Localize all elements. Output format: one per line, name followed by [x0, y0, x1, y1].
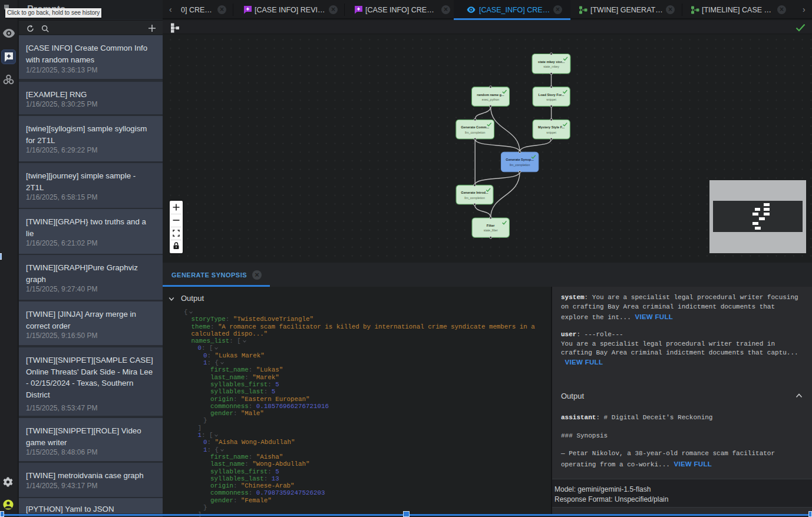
svg-text:llm_completion: llm_completion	[465, 131, 486, 134]
svg-text:Mystery Style F...: Mystery Style F...	[538, 125, 565, 129]
svg-text:Generate Comm...: Generate Comm...	[461, 125, 489, 129]
svg-text:exec_python: exec_python	[482, 98, 500, 101]
svg-text:Generate Synop...: Generate Synop...	[506, 158, 534, 161]
svg-text:llm_completion: llm_completion	[464, 196, 485, 200]
svg-text:state_filter: state_filter	[484, 228, 498, 232]
svg-text:llm_completion: llm_completion	[510, 163, 530, 167]
svg-text:Filter: Filter	[487, 224, 495, 227]
svg-text:state mkey stor...: state mkey stor...	[538, 60, 565, 64]
svg-text:snippet: snippet	[546, 131, 556, 134]
svg-text:random name g...: random name g...	[477, 93, 504, 97]
svg-text:Load Story For...: Load Story For...	[539, 93, 565, 97]
svg-text:Generate Introd...: Generate Introd...	[461, 191, 488, 194]
svg-text:state_mkey: state_mkey	[543, 65, 559, 68]
svg-text:snippet: snippet	[546, 98, 556, 101]
